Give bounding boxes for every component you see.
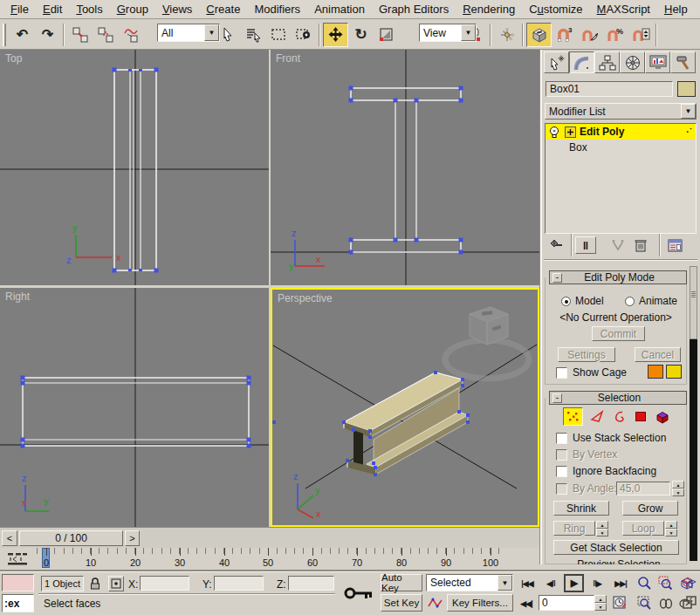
settings-button[interactable]: Settings [558,347,615,362]
ignore-backfacing-checkbox[interactable]: Ignore Backfacing [556,465,656,477]
checkbox-icon[interactable] [556,449,567,461]
spinner-up-icon[interactable]: ▲ [596,521,608,529]
spinner-up-icon[interactable]: ▲ [672,481,684,489]
viewport-perspective[interactable]: Perspective [271,288,539,527]
bind-to-space-warp-button[interactable] [118,23,143,47]
cancel-button[interactable]: Cancel [635,347,681,362]
angle-snap-button[interactable] [577,23,602,47]
object-name-field[interactable]: Box01 [546,81,673,97]
use-stack-selection-checkbox[interactable]: Use Stack Selection [556,432,666,444]
region-zoom-button[interactable] [635,595,653,612]
maximize-viewport-toggle[interactable] [680,594,699,611]
by-angle-field[interactable]: 45,0 [616,482,670,495]
checkbox-icon[interactable] [556,466,567,477]
select-and-rotate-button[interactable]: ↻ [348,23,374,47]
menu-create[interactable]: Create [199,1,247,17]
tab-hierarchy[interactable] [594,51,620,73]
spinner-down-icon[interactable]: ▼ [672,489,684,496]
spinner-up-icon[interactable]: ▲ [665,521,677,529]
x-coordinate-field[interactable] [140,576,189,591]
percent-snap-button[interactable]: % [602,23,628,47]
edit-poly-mode-rollout-header[interactable]: - Edit Poly Mode [549,270,687,284]
menu-group[interactable]: Group [110,1,155,17]
absolute-offset-mode-toggle[interactable] [108,576,124,591]
checkbox-icon[interactable] [556,433,567,444]
pin-stack-button[interactable] [546,236,568,254]
undo-button[interactable]: ↶ [10,23,35,47]
by-angle-checkbox[interactable]: By Angle: [556,482,617,495]
select-and-move-button[interactable] [323,23,348,47]
go-to-start-button[interactable]: |◀◀ [517,575,538,591]
radio-on-icon[interactable] [561,297,571,306]
edge-subobject-button[interactable] [588,408,605,426]
commit-button[interactable]: Commit [592,326,645,341]
polygon-subobject-button[interactable] [632,408,649,426]
panel-splitter[interactable] [539,50,541,564]
reference-coordinate-system-dropdown[interactable]: View ▼ [419,24,477,42]
collapse-icon[interactable]: - [552,393,562,403]
checkbox-icon[interactable] [556,367,567,379]
y-coordinate-field[interactable] [214,576,264,591]
zoom-button[interactable] [635,575,653,591]
spinner-down-icon[interactable]: ▼ [665,529,677,536]
select-and-link-button[interactable] [67,23,93,47]
radio-off-icon[interactable] [625,297,635,306]
panel-scrollbar-track[interactable] [690,266,697,561]
selection-set-dropdown[interactable]: Selected ▼ [426,574,513,591]
cage-color-swatch[interactable] [648,365,663,379]
previous-frame-arrow-button[interactable]: < [2,530,17,546]
by-angle-spinner[interactable]: ▲▼ [672,481,684,496]
panel-scrollbar-thumb[interactable] [690,266,697,339]
toolbar-grip[interactable] [3,24,6,46]
key-filters-button[interactable]: Key Filters... [447,594,513,612]
pan-view-button[interactable] [656,595,674,612]
selection-rollout-header[interactable]: - Selection [549,391,687,405]
spinner-down-icon[interactable]: ▼ [594,603,607,611]
shrink-button[interactable]: Shrink [553,501,609,516]
loop-spinner[interactable]: ▲▼ [665,521,677,536]
default-in-out-tangents-button[interactable] [426,594,444,612]
spinner-up-icon[interactable]: ▲ [594,595,607,603]
menu-edit[interactable]: Edit [36,1,69,17]
stack-row-box[interactable]: Box [546,140,696,155]
time-configuration-button[interactable] [610,595,629,612]
remove-modifier-button[interactable] [629,236,652,254]
angle-snap-toggle-button[interactable]: 3 [552,23,577,47]
collapse-icon[interactable]: - [552,273,562,283]
animate-radio[interactable]: Animate [625,295,677,307]
show-end-result-toggle[interactable]: ‖ [575,236,596,254]
get-stack-selection-button[interactable]: Get Stack Selection [553,540,679,555]
tab-modify[interactable] [569,51,594,73]
object-color-swatch[interactable] [677,81,696,97]
cage-selected-color-swatch[interactable] [666,365,682,379]
unlink-selection-button[interactable] [93,23,118,47]
menu-modifiers[interactable]: Modifiers [247,1,307,17]
make-unique-button[interactable] [607,236,629,254]
go-to-end-button[interactable]: ▶▶| [610,575,631,591]
next-frame-arrow-button[interactable]: > [125,530,140,546]
modifier-list-dropdown[interactable]: Modifier List ▼ [545,103,697,120]
key-mode-toggle[interactable]: ◀◀| [517,595,536,612]
expand-plus-icon[interactable] [565,126,576,138]
by-vertex-checkbox[interactable]: By Vertex [556,448,617,461]
viewport-top[interactable]: Top y x z [0,50,269,285]
model-radio[interactable]: Model [561,295,604,307]
menu-animation[interactable]: Animation [307,1,372,17]
lightbulb-icon[interactable] [547,126,561,139]
set-keys-button[interactable] [340,574,377,612]
frame-spinner[interactable]: ▲▼ [594,595,607,611]
current-frame-field[interactable]: 0 [539,595,594,611]
z-coordinate-field[interactable] [288,576,334,591]
track-bar[interactable]: 0 10 20 30 40 50 60 70 80 90 100 [0,548,539,571]
tab-motion[interactable] [620,51,645,73]
spinner-snap-button[interactable] [628,23,653,47]
vertex-subobject-button[interactable] [563,407,583,426]
macro-recorder-field[interactable] [2,574,34,591]
menu-help[interactable]: Help [657,1,695,17]
selection-filter-dropdown[interactable]: All ▼ [157,24,220,42]
time-slider-handle[interactable]: 0 / 100 [19,530,123,546]
ring-spinner[interactable]: ▲▼ [596,521,608,536]
menu-file[interactable]: File [3,1,36,17]
tab-display[interactable] [645,51,670,73]
viewport-right[interactable]: Right z x y [0,288,269,527]
